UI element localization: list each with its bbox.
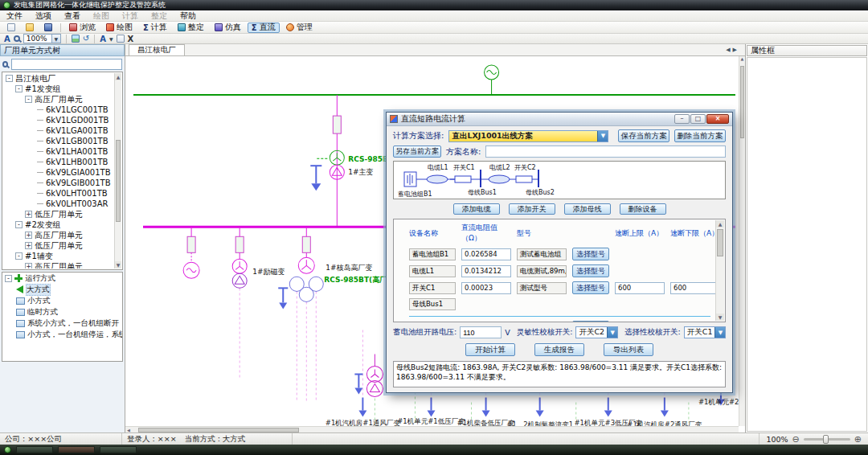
scroll-left-icon[interactable]: ◀: [125, 428, 130, 432]
collapse-icon[interactable]: -: [6, 75, 13, 82]
model-field[interactable]: 电缆测试,123m,1: [517, 322, 567, 322]
scroll-down-icon[interactable]: ▼: [716, 314, 724, 321]
taskbar-item[interactable]: [58, 446, 95, 453]
menu-file[interactable]: 文件: [0, 10, 29, 21]
draw-button[interactable]: 绘图: [102, 23, 137, 33]
device-name-field[interactable]: 母线Bus1: [409, 298, 456, 310]
zoom-in-icon[interactable]: ⊕: [854, 434, 862, 445]
tree-item-genset1[interactable]: -#1发变组: [3, 84, 114, 94]
open-voltage-input[interactable]: [460, 326, 502, 338]
tree-item-feeder[interactable]: 6kV1LGA001TB: [3, 125, 114, 136]
menu-options[interactable]: 选项: [29, 10, 58, 21]
undo-icon[interactable]: ↺: [83, 35, 89, 43]
chevron-down-icon[interactable]: ▼: [607, 327, 617, 338]
tree-item-feeder[interactable]: 6kV0LHT001TB: [3, 188, 114, 199]
taskbar[interactable]: [0, 445, 868, 455]
switch-symbol[interactable]: [516, 176, 532, 182]
scrollbar-thumb[interactable]: [138, 428, 299, 432]
add-bus-button[interactable]: 添加母线: [564, 203, 611, 215]
tree-item-genset2[interactable]: -#2发变组: [3, 219, 114, 230]
mode-item-minstop[interactable]: 小方式，一台机组停运，系统侧断开: [2, 329, 122, 340]
expand-icon[interactable]: +: [25, 232, 32, 239]
save-plan-button[interactable]: 保存当前方案: [618, 129, 669, 142]
plan-name-input[interactable]: [485, 146, 726, 158]
dialog-title-bar[interactable]: 直流短路电流计算 – □ ×: [387, 113, 732, 126]
simulation-button[interactable]: 仿真: [211, 23, 245, 33]
breaker-symbol[interactable]: [302, 236, 310, 252]
resistance-input[interactable]: 0.00023: [461, 282, 511, 294]
scroll-up-icon[interactable]: ▲: [716, 220, 724, 228]
choose-model-button[interactable]: 选择型号: [572, 248, 609, 260]
minimize-button[interactable]: –: [674, 114, 690, 124]
menu-view[interactable]: 查看: [58, 10, 87, 21]
taskbar-item[interactable]: [100, 446, 137, 453]
manage-button[interactable]: 管理: [282, 23, 317, 33]
collapse-icon[interactable]: -: [15, 252, 23, 260]
browse-button[interactable]: 浏览: [65, 23, 100, 33]
tree-item-hv-unit[interactable]: +高压厂用单元: [3, 261, 114, 268]
save-button[interactable]: [40, 23, 56, 33]
setting-button[interactable]: 整定: [174, 23, 208, 33]
tree-item-feeder[interactable]: 6kV1LGB001TB: [3, 136, 114, 146]
resistance-input[interactable]: 0.0185484: [461, 322, 511, 322]
tree-item-plant[interactable]: -昌江核电厂: [3, 73, 114, 84]
cable-symbol[interactable]: [489, 175, 510, 183]
island-transformer-symbol[interactable]: [289, 257, 323, 301]
open-file-button[interactable]: [22, 23, 38, 33]
new-file-button[interactable]: [3, 23, 19, 33]
model-field[interactable]: 测试型号: [517, 282, 567, 294]
scroll-down-icon[interactable]: ▼: [115, 261, 121, 268]
mode-item-min[interactable]: 小方式: [2, 295, 122, 306]
plan-combobox[interactable]: 直出LXJ1001出线方案 ▼: [448, 130, 608, 142]
chevron-down-icon[interactable]: ▼: [51, 35, 60, 43]
expand-icon[interactable]: +: [25, 263, 32, 268]
font-color-icon[interactable]: A: [100, 35, 106, 43]
chevron-down-icon[interactable]: ▼: [109, 36, 113, 42]
breaker-symbol[interactable]: [187, 236, 195, 252]
scroll-up-icon[interactable]: ▲: [115, 73, 121, 80]
tree-item-lv-unit[interactable]: +低压厂用单元: [3, 209, 114, 219]
zoom-slider[interactable]: [804, 438, 850, 441]
tab-right-icon[interactable]: ▶: [733, 47, 737, 53]
image-icon[interactable]: [72, 35, 80, 43]
breaker-symbol[interactable]: [333, 116, 341, 133]
tree-item-feeder[interactable]: 6kV1LHB001TB: [3, 157, 114, 167]
expand-icon[interactable]: +: [25, 211, 32, 218]
collapse-icon[interactable]: -: [5, 275, 12, 282]
add-cable-button[interactable]: 添加电缆: [453, 203, 500, 215]
export-list-button[interactable]: 导出列表: [604, 343, 653, 356]
tree-item-feeder[interactable]: 6kV9LGIA001TB: [3, 167, 114, 178]
cable-symbol[interactable]: [427, 175, 448, 183]
main-transformer-symbol[interactable]: [330, 150, 344, 179]
model-field[interactable]: 电缆测试,89m,1#: [517, 265, 567, 277]
device-name-field[interactable]: 电缆L2: [409, 322, 456, 322]
scrollbar-thumb[interactable]: [740, 66, 744, 138]
title-bar[interactable]: 发电集团网格化一体化继电保护整定及管控系统: [0, 0, 868, 10]
start-orb-icon[interactable]: [4, 446, 11, 453]
scrollbar-thumb[interactable]: [116, 140, 121, 222]
tree-item-feeder[interactable]: 6kV9LGIB001TB: [3, 178, 114, 188]
dc-calc-button[interactable]: Σ直流: [248, 23, 280, 33]
lower-limit-input[interactable]: 600: [670, 282, 715, 294]
battery-symbol[interactable]: [404, 172, 416, 187]
canvas-vertical-scrollbar[interactable]: ▲: [739, 56, 745, 426]
tree-item-aux1[interactable]: -#1辅变: [3, 251, 114, 261]
tree-item-feeder[interactable]: 6kV1LHA001TB: [3, 146, 114, 157]
tab-plant[interactable]: 昌江核电厂: [129, 44, 185, 55]
choose-model-button[interactable]: 选择型号: [572, 264, 609, 277]
tree-item-feeder[interactable]: 6kV1LGC001TB: [3, 105, 114, 115]
choose-model-button[interactable]: 选择型号: [572, 321, 609, 322]
circuit-schematic[interactable]: 电缆L1 开关C1 电缆L2 开关C2 蓄电池组B1 母线Bus1 母线Bus2: [394, 162, 725, 199]
mode-item-max[interactable]: 大方式: [2, 284, 122, 295]
start-calc-button[interactable]: 开始计算: [465, 343, 515, 356]
resistance-input[interactable]: 0.0134212: [461, 265, 511, 277]
chevron-down-icon[interactable]: ▼: [597, 131, 608, 141]
taskbar-item[interactable]: [16, 446, 53, 453]
zoom-out-icon[interactable]: ⊖: [792, 434, 800, 445]
generator-symbol[interactable]: [485, 65, 499, 95]
resistance-input[interactable]: 0.026584: [461, 248, 511, 260]
save-as-button[interactable]: 另存当前方案: [393, 146, 441, 158]
tree-item-lv-unit[interactable]: +低压厂用单元: [3, 240, 114, 251]
tab-left-icon[interactable]: ◀: [726, 47, 730, 53]
chevron-down-icon[interactable]: ▼: [714, 327, 725, 338]
